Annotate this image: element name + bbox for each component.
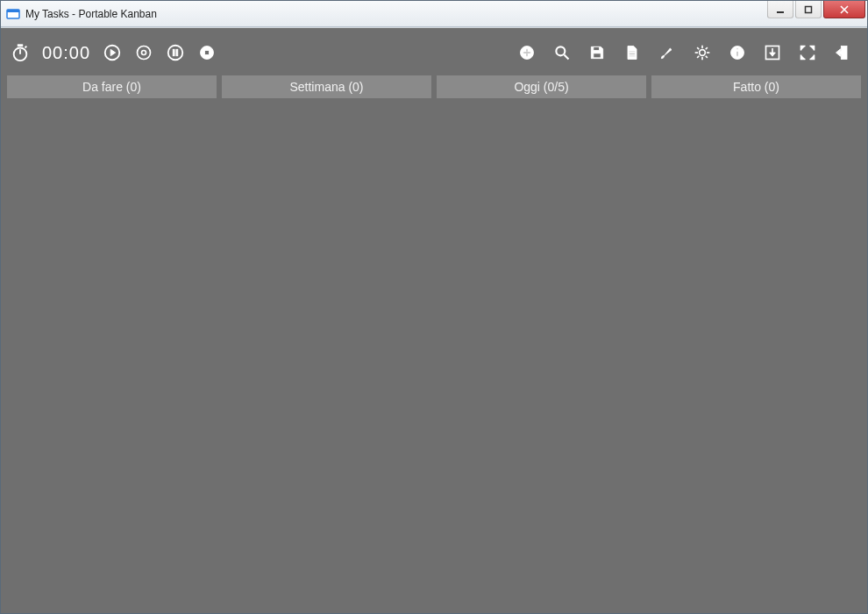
fullscreen-icon[interactable] [798,43,817,62]
svg-rect-38 [736,48,738,50]
add-icon[interactable] [517,43,537,62]
play-icon[interactable] [103,43,122,62]
column-header-week[interactable]: Settimana (0) [222,75,431,98]
svg-point-20 [556,46,565,55]
svg-rect-6 [18,45,23,46]
minimize-button[interactable] [767,1,793,18]
svg-point-27 [700,50,706,56]
search-icon[interactable] [552,43,572,62]
svg-rect-25 [630,54,636,54]
svg-line-35 [706,47,708,49]
svg-marker-9 [110,49,116,55]
brush-icon[interactable] [658,43,677,62]
svg-rect-3 [806,6,812,12]
import-icon[interactable] [763,43,782,62]
svg-rect-19 [523,52,530,54]
svg-rect-37 [736,51,738,56]
svg-rect-13 [173,49,174,55]
svg-marker-40 [770,53,776,56]
svg-rect-16 [205,51,210,55]
stopwatch-icon[interactable] [11,43,30,62]
svg-rect-2 [777,11,784,13]
svg-rect-23 [594,54,601,58]
app-icon [6,7,20,21]
column-header-today[interactable]: Oggi (0/5) [437,75,646,98]
svg-line-7 [25,46,27,48]
svg-line-32 [697,47,699,49]
svg-line-34 [697,56,699,58]
svg-rect-14 [176,49,178,55]
stop-icon[interactable] [197,43,217,62]
kanban-columns: Da fare (0) Settimana (0) Oggi (0/5) Fat… [7,75,861,98]
app-window: My Tasks - Portable Kanban [0,0,868,614]
svg-point-10 [138,46,151,60]
svg-rect-22 [594,46,600,50]
window-title: My Tasks - Portable Kanban [25,8,157,20]
svg-rect-26 [630,55,636,56]
client-area: 00:00 [1,27,867,613]
close-button[interactable] [823,1,865,18]
svg-rect-1 [7,10,19,12]
save-icon[interactable] [587,43,607,62]
svg-line-21 [565,55,569,60]
svg-point-11 [142,51,146,55]
column-header-todo[interactable]: Da fare (0) [7,75,217,98]
exit-icon[interactable] [833,43,852,62]
svg-line-33 [706,56,708,58]
window-controls [765,1,865,26]
svg-point-12 [168,46,183,61]
info-icon[interactable] [728,43,747,62]
column-header-done[interactable]: Fatto (0) [651,75,861,98]
svg-rect-24 [630,51,636,52]
maximize-button[interactable] [795,1,822,18]
restart-icon[interactable] [134,43,153,62]
pause-icon[interactable] [166,43,185,62]
toolbar: 00:00 [7,33,861,72]
gear-icon[interactable] [693,43,712,62]
timer-display: 00:00 [42,43,90,63]
document-icon[interactable] [623,43,642,62]
titlebar: My Tasks - Portable Kanban [1,1,867,27]
